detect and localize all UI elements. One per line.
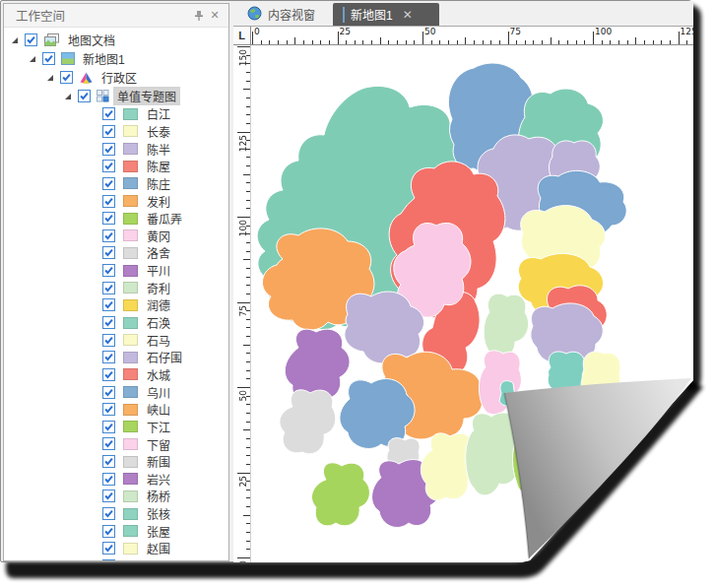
legend-item[interactable]: 石马 <box>102 331 228 349</box>
legend-item[interactable]: 张屋 <box>102 522 228 540</box>
checkbox-checked[interactable] <box>102 143 115 156</box>
legend-color-swatch <box>123 125 138 137</box>
legend-item[interactable]: 新围 <box>102 453 228 471</box>
checkbox-checked[interactable] <box>102 455 115 468</box>
panel-close-icon[interactable]: ✕ <box>207 8 223 24</box>
legend-item[interactable]: 长泰 <box>102 123 228 141</box>
legend-item-label: 长泰 <box>143 122 174 141</box>
map-region[interactable] <box>479 351 521 415</box>
pictures-icon <box>43 33 60 47</box>
checkbox-checked[interactable] <box>102 107 115 120</box>
pin-icon[interactable] <box>191 8 207 24</box>
checkbox-checked[interactable] <box>102 542 115 555</box>
legend-item[interactable]: 洛舍 <box>102 244 228 262</box>
map-region[interactable] <box>499 381 515 406</box>
legend-item[interactable]: 平川 <box>102 262 228 280</box>
checkbox-checked[interactable] <box>42 52 55 65</box>
legend-item[interactable]: 岩兴 <box>102 470 228 488</box>
checkbox-checked[interactable] <box>25 33 37 46</box>
checkbox-checked[interactable] <box>102 282 115 294</box>
legend-item[interactable]: 石涣 <box>102 314 228 332</box>
legend-item[interactable]: 杨桥 <box>102 488 228 505</box>
checkbox-checked[interactable] <box>102 403 115 416</box>
legend-color-swatch <box>123 161 138 172</box>
legend-item[interactable]: 峡山 <box>102 401 228 419</box>
checkbox-checked[interactable] <box>102 229 115 242</box>
ruler-label: 0 <box>238 560 248 563</box>
expand-arrow-icon[interactable] <box>12 37 18 43</box>
legend-color-swatch <box>123 143 138 155</box>
checkbox-checked[interactable] <box>102 195 115 208</box>
tree-node-admin-region[interactable]: 行政区 <box>4 68 228 87</box>
screenshot-stage: 工作空间 ✕ <box>0 0 714 588</box>
map-canvas[interactable] <box>251 45 693 563</box>
map-region[interactable] <box>548 352 586 391</box>
checkbox-checked[interactable] <box>102 490 115 502</box>
legend-item[interactable]: 赵围 <box>102 540 228 557</box>
checkbox-checked[interactable] <box>102 212 115 225</box>
tree-node-map-document[interactable]: 地图文档 <box>4 31 228 49</box>
legend-item[interactable]: 陈庄 <box>102 175 228 193</box>
legend-color-swatch <box>123 352 138 363</box>
tree-node-label[interactable]: 地图文档 <box>64 31 119 49</box>
tree-node-new-map[interactable]: 新地图1 <box>4 49 228 68</box>
legend-item[interactable]: 黄冈 <box>102 227 228 244</box>
legend-color-swatch <box>123 508 138 520</box>
checkbox-checked[interactable] <box>102 386 115 399</box>
legend-item[interactable]: 下江 <box>102 419 228 436</box>
checkbox-checked[interactable] <box>102 160 115 172</box>
checkbox-checked[interactable] <box>102 525 115 538</box>
legend-item-label: 石马 <box>143 331 174 350</box>
tab-close-icon[interactable]: ✕ <box>403 8 413 22</box>
legend-item[interactable]: 乌川 <box>102 383 228 401</box>
checkbox-checked[interactable] <box>102 507 115 520</box>
checkbox-checked[interactable] <box>78 90 91 102</box>
expand-arrow-icon[interactable] <box>65 94 71 99</box>
expand-arrow-icon[interactable] <box>47 75 53 81</box>
checkbox-checked[interactable] <box>102 264 115 277</box>
map-region[interactable] <box>534 392 552 416</box>
map-region[interactable] <box>484 294 528 357</box>
checkbox-checked[interactable] <box>102 246 115 259</box>
checkbox-checked[interactable] <box>102 298 115 311</box>
checkbox-checked[interactable] <box>102 368 115 381</box>
tab-label[interactable]: 内容视窗 <box>268 6 315 23</box>
map-region[interactable] <box>311 463 369 526</box>
legend-item[interactable]: 奇利 <box>102 279 228 296</box>
legend-item[interactable]: 白江 <box>102 105 228 123</box>
legend-item[interactable]: 陈屋 <box>102 158 228 175</box>
tree-node-label-selected[interactable]: 单值专题图 <box>113 87 180 105</box>
legend-item[interactable]: 润德 <box>102 296 228 314</box>
checkbox-checked[interactable] <box>102 351 115 363</box>
legend-item[interactable]: 石仔围 <box>102 349 228 366</box>
map-region[interactable] <box>581 352 620 395</box>
checkbox-checked[interactable] <box>102 473 115 486</box>
tree-node-thematic-map[interactable]: 单值专题图 <box>4 87 228 105</box>
checkbox-checked[interactable] <box>102 559 115 561</box>
tab-label[interactable]: 新地图1 <box>351 6 393 23</box>
legend-item[interactable]: 陈半 <box>102 140 228 158</box>
tree-node-label[interactable]: 行政区 <box>97 68 141 87</box>
thematic-map <box>251 45 693 563</box>
tab-content-view[interactable]: 内容视窗 <box>237 3 325 26</box>
legend-item[interactable]: 下留 <box>102 435 228 453</box>
legend-item[interactable]: 水城 <box>102 366 228 384</box>
checkbox-checked[interactable] <box>102 334 115 347</box>
tree-node-label[interactable]: 新地图1 <box>79 49 129 68</box>
legend-color-swatch <box>123 229 138 241</box>
map-region[interactable] <box>340 379 415 449</box>
checkbox-checked[interactable] <box>102 177 115 190</box>
checkbox-checked[interactable] <box>102 421 115 433</box>
legend-item[interactable]: 发利 <box>102 192 228 210</box>
checkbox-checked[interactable] <box>102 125 115 138</box>
expand-arrow-icon[interactable] <box>30 56 35 62</box>
checkbox-checked[interactable] <box>60 71 73 84</box>
map-region[interactable] <box>280 390 336 454</box>
tab-new-map[interactable]: 新地图1 ✕ <box>333 3 439 26</box>
legend-item[interactable]: 张核 <box>102 505 228 523</box>
legend-item-label: 下江 <box>143 418 174 436</box>
dataset-icon <box>79 71 94 85</box>
checkbox-checked[interactable] <box>102 316 115 329</box>
checkbox-checked[interactable] <box>102 437 115 450</box>
legend-item[interactable]: 番瓜弄 <box>102 210 228 228</box>
